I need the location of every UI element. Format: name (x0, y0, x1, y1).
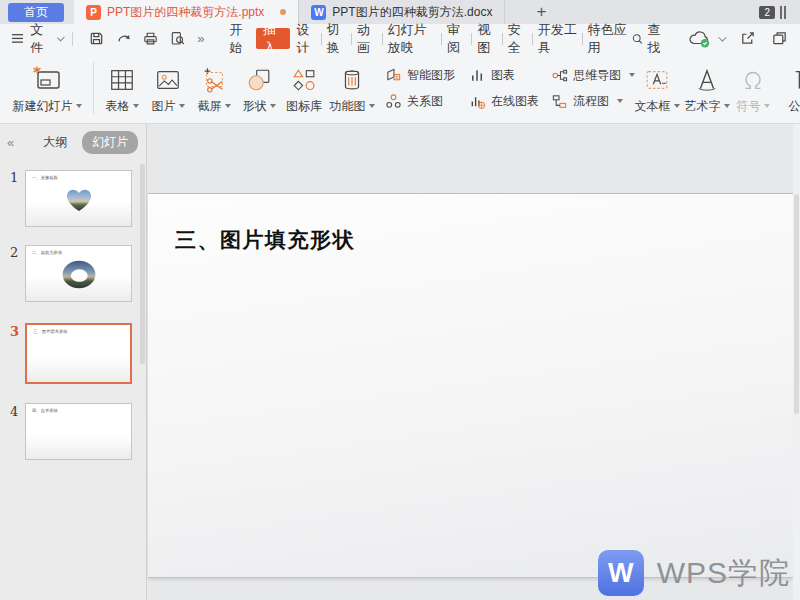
text-box-icon (643, 62, 671, 98)
undo-button[interactable] (115, 30, 132, 47)
wps-logo: W (598, 550, 644, 596)
thumbnail-title: 三、图片填充形状 (33, 329, 68, 335)
ribbon-tab-view[interactable]: 视图 (472, 24, 502, 53)
function-diagram-label: 功能图 (330, 98, 366, 115)
window-layout-icon[interactable] (778, 6, 786, 19)
home-tab[interactable]: 首页 (8, 3, 64, 22)
slide-thumbnail-3-selected[interactable]: 三、图片填充形状 (25, 323, 132, 384)
dropdown-arrow-icon (764, 104, 770, 108)
cloud-synced-icon (688, 30, 712, 48)
ribbon-tab-security[interactable]: 安全 (503, 24, 533, 53)
divider (93, 62, 94, 114)
file-menu[interactable]: 文件 (30, 21, 51, 57)
smart-graphics-label: 智能图形 (407, 67, 455, 84)
word-art-button[interactable]: 艺术字 (683, 57, 731, 119)
wps-writer-file-icon: W (311, 5, 326, 20)
slide-number: 2 (10, 245, 18, 260)
screenshot-button[interactable]: 截屏 (191, 57, 237, 119)
screenshot-scissors-icon (200, 62, 228, 98)
shapes-icon (245, 62, 273, 98)
chart-label: 图表 (491, 67, 515, 84)
picture-button[interactable]: 图片 (145, 57, 191, 119)
share-icon (739, 30, 756, 47)
dropdown-arrow-icon (617, 99, 623, 103)
doc-tab-title: PPT图片的四种裁剪方法.docx (332, 4, 492, 21)
dropdown-arrow-icon (133, 104, 139, 108)
window-controls: 2 (759, 6, 786, 19)
hamburger-menu-icon[interactable] (12, 33, 23, 44)
heart-picture (64, 186, 94, 213)
find-label: 查找 (648, 21, 668, 57)
slides-tab[interactable]: 幻灯片 (82, 131, 138, 154)
print-preview-button[interactable] (169, 30, 186, 47)
formula-pi-icon (791, 62, 800, 98)
chevron-down-icon (718, 33, 726, 41)
find-button[interactable]: 查找 (632, 21, 668, 57)
slide-thumbnail-4[interactable]: 四、合并形状 (25, 403, 132, 460)
canvas-scrollbar[interactable] (793, 124, 800, 600)
flowchart-label: 流程图 (573, 93, 609, 110)
online-chart-label: 在线图表 (491, 93, 539, 110)
slide-title[interactable]: 三、图片填充形状 (175, 226, 355, 254)
smart-graphics-icon (385, 67, 402, 84)
relation-diagram-label: 关系图 (407, 93, 443, 110)
chart-button[interactable]: 图表 (469, 67, 515, 84)
ribbon-tab-review[interactable]: 审阅 (442, 24, 472, 53)
smart-graphics-button[interactable]: 智能图形 (385, 67, 455, 84)
ribbon-tab-start[interactable]: 开始 (224, 24, 254, 53)
notification-badge[interactable]: 2 (759, 6, 775, 19)
cloud-sync-button[interactable] (688, 30, 724, 48)
more-tools-icon[interactable]: » (197, 31, 204, 46)
mind-map-label: 思维导图 (573, 67, 621, 84)
slide-thumbnail-2[interactable]: 二、裁剪为形状 (25, 245, 132, 302)
ribbon-tab-dev-tools[interactable]: 开发工具 (533, 24, 582, 53)
new-slide-button[interactable]: 新建幻灯片 (6, 57, 88, 119)
word-art-label: 艺术字 (685, 98, 721, 115)
slide-thumbnail-1[interactable]: 一、直接裁剪 (25, 170, 132, 227)
ribbon-tab-featured-apps[interactable]: 特色应用 (583, 24, 632, 53)
share-button[interactable] (739, 30, 756, 47)
slide-panel: « 大纲 幻灯片 1 一、直接裁剪 2 二、裁剪为形状 (0, 124, 147, 600)
ribbon-tab-insert[interactable]: 插入 (256, 28, 290, 49)
scrollbar-thumb[interactable] (794, 194, 799, 414)
text-box-button[interactable]: 文本框 (631, 57, 683, 119)
ribbon-tab-transition[interactable]: 切换 (322, 24, 352, 53)
new-window-icon (771, 30, 788, 47)
doc-tab-title: PPT图片的四种裁剪方法.pptx (107, 4, 264, 21)
menu-right-icons (688, 30, 788, 48)
chart-icon (469, 67, 486, 84)
new-slide-icon (30, 62, 64, 98)
collapse-panel-icon[interactable]: « (7, 135, 14, 150)
ribbon-tab-animation[interactable]: 动画 (352, 24, 382, 53)
symbol-label: 符号 (737, 98, 761, 115)
shapes-button[interactable]: 形状 (237, 57, 281, 119)
symbol-button[interactable]: 符号 (731, 57, 775, 119)
slide-number: 3 (10, 324, 19, 339)
picture-icon (154, 62, 182, 98)
relation-diagram-button[interactable]: 关系图 (385, 93, 443, 110)
panel-scrollbar[interactable] (140, 164, 145, 364)
ribbon-tab-design[interactable]: 设计 (292, 24, 322, 53)
search-icon (632, 32, 643, 46)
ribbon-tab-slideshow[interactable]: 幻灯片放映 (382, 24, 441, 53)
slide-number: 4 (10, 404, 18, 419)
new-window-button[interactable] (771, 30, 788, 47)
table-icon (108, 62, 136, 98)
flowchart-button[interactable]: 流程图 (551, 93, 623, 110)
ribbon-tab-strip: 开始 插入 设计 切换 动画 幻灯片放映 审阅 视图 安全 开发工具 特色应用 (224, 24, 631, 53)
mind-map-button[interactable]: 思维导图 (551, 67, 635, 84)
print-button[interactable] (142, 30, 159, 47)
new-tab-button[interactable]: + (531, 2, 551, 22)
save-button[interactable] (88, 30, 105, 47)
function-diagram-button[interactable]: 功能图 (327, 57, 377, 119)
thumbnail-title: 四、合并形状 (32, 408, 58, 414)
formula-button[interactable]: 公式 (775, 57, 800, 119)
outline-tab[interactable]: 大纲 (43, 134, 67, 151)
relation-diagram-icon (385, 93, 402, 110)
online-chart-button[interactable]: 在线图表 (469, 93, 539, 110)
dropdown-arrow-icon (225, 104, 231, 108)
ribbon-toolbar: 新建幻灯片 表格 图片 (0, 53, 800, 124)
slide-page[interactable]: 三、图片填充形状 (148, 193, 793, 578)
icon-library-button[interactable]: 图标库 (281, 57, 327, 119)
table-button[interactable]: 表格 (99, 57, 145, 119)
